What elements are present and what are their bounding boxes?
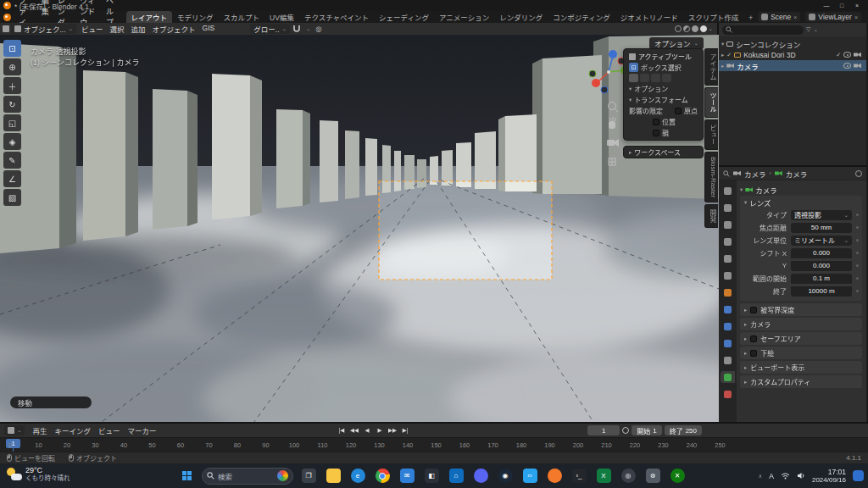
animate-dot-icon[interactable] <box>856 239 859 241</box>
material-shading-icon[interactable] <box>692 25 698 32</box>
influence-checkbox-0[interactable]: 原点 <box>675 106 698 115</box>
select-mode-extend[interactable] <box>640 74 649 82</box>
taskbar-app-discord[interactable] <box>470 466 491 486</box>
editor-type-icon[interactable] <box>3 25 9 32</box>
timeline-menu-0[interactable]: 再生 <box>32 425 47 435</box>
timeline-menu-3[interactable]: マーカー <box>128 425 157 435</box>
filter-icon[interactable]: ▽ <box>806 26 810 33</box>
viewport-menu-3[interactable]: オブジェクト <box>149 24 199 34</box>
taskbar-app-blender[interactable] <box>544 466 565 486</box>
tool-cursor[interactable]: ⊕ <box>3 58 21 75</box>
field-2[interactable]: ミリメートル⌄ <box>791 236 852 246</box>
properties-tab-scene[interactable] <box>721 252 735 264</box>
outliner-row-collection[interactable]: ▸ ✓ Kokusai Dori 3D ✓ <box>719 49 866 60</box>
snap-magnet-icon[interactable] <box>292 25 303 33</box>
influence-checkbox-1[interactable]: 位置 <box>653 117 676 126</box>
timeline-menu-2[interactable]: ビュー <box>98 425 120 435</box>
camera-data-panel-header[interactable]: ▾ カメラ <box>740 184 862 196</box>
properties-tab-tool[interactable] <box>721 185 735 197</box>
taskbar-app-excel[interactable]: X <box>593 466 614 486</box>
workspace-add-button[interactable]: + <box>743 13 758 23</box>
unlink-icon[interactable]: × <box>793 14 797 20</box>
collapsed-panel-4[interactable]: ▸ビューポート表示 <box>740 361 862 374</box>
view-layer-selector[interactable]: ViewLayer × <box>805 12 861 22</box>
taskbar-app-game[interactable]: ✕ <box>667 466 687 486</box>
tool-rotate[interactable]: ↻ <box>3 96 21 113</box>
timeline-ruler[interactable]: 1 01020304050607080901001101201301401501… <box>0 437 868 452</box>
chevron-down-icon[interactable]: ⌄ <box>813 26 817 33</box>
field-3[interactable]: 0.000 <box>791 248 852 258</box>
timeline-editor-type[interactable]: ⌄ <box>4 425 25 435</box>
viewport-menu-2[interactable]: 追加 <box>128 24 149 34</box>
outliner-search-input[interactable] <box>722 25 804 35</box>
properties-tab-object[interactable] <box>721 286 735 298</box>
viewport-menu-0[interactable]: ビュー <box>78 24 107 34</box>
properties-tab-render[interactable] <box>721 202 735 214</box>
field-6[interactable]: 10000 m <box>791 286 852 297</box>
taskbar-app-steam[interactable]: ◉ <box>495 466 515 486</box>
properties-tab-modifiers[interactable] <box>721 303 735 315</box>
taskbar-app-task-view[interactable]: ❐ <box>298 466 319 486</box>
field-0[interactable]: 透視投影⌄ <box>791 210 852 220</box>
tool-annotate[interactable]: ✎ <box>3 152 21 169</box>
properties-tab-constraints[interactable] <box>721 354 735 366</box>
breadcrumb-data[interactable]: カメラ <box>786 169 808 179</box>
start-button[interactable] <box>178 467 197 485</box>
active-tool-row[interactable]: ⊡ ボックス選択 <box>624 62 703 73</box>
taskbar-app-photos[interactable]: ◧ <box>421 466 442 486</box>
taskbar-app-chrome[interactable] <box>372 466 392 486</box>
transport-next-keyframe[interactable]: ▶▶ <box>387 425 398 436</box>
properties-tab-view-layer[interactable] <box>721 236 735 247</box>
influence-checkbox-2[interactable]: 親 <box>653 128 669 137</box>
tool-add-cube[interactable]: ▧ <box>3 189 21 206</box>
options-section-header[interactable]: ▾ オプション <box>624 83 703 94</box>
animate-dot-icon[interactable] <box>856 277 859 280</box>
speaker-icon[interactable] <box>797 472 805 480</box>
taskbar-app-obs[interactable]: ◎ <box>618 466 638 486</box>
minimize-button[interactable]: — <box>819 3 834 8</box>
select-mode-subtract[interactable] <box>651 74 660 82</box>
outliner-row-camera[interactable]: ▸ カメラ <box>719 60 866 71</box>
orientation-dropdown[interactable]: グロー.. ⌄ <box>250 24 290 34</box>
hide-viewport-icon[interactable] <box>843 52 851 58</box>
blender-menu-icon[interactable] <box>3 14 11 21</box>
operator-redo-panel[interactable]: 移動 <box>10 396 92 408</box>
workspace-tab-1[interactable]: モデリング <box>172 11 219 23</box>
field-5[interactable]: 0.1 m <box>791 274 852 284</box>
disable-render-icon[interactable] <box>854 53 861 58</box>
hide-viewport-icon[interactable] <box>843 63 851 69</box>
workspace-tab-4[interactable]: テクスチャペイント <box>299 11 374 23</box>
properties-tab-texture[interactable] <box>721 388 735 400</box>
animate-dot-icon[interactable] <box>856 214 859 216</box>
notification-badge[interactable] <box>853 470 864 481</box>
tool-measure[interactable]: ∠ <box>3 170 21 187</box>
taskbar-app-mail[interactable]: ✉ <box>397 466 417 486</box>
select-mode-new[interactable] <box>629 74 638 82</box>
workspace-tab-3[interactable]: UV編集 <box>264 11 299 23</box>
lens-panel-header[interactable]: ▾ レンズ <box>740 197 862 208</box>
panel-checkbox[interactable] <box>750 350 757 357</box>
field-4[interactable]: 0.000 <box>791 261 852 271</box>
viewport-canvas[interactable]: ⊡⊕＋↻◱◈✎∠▧ カメラ 透視投影 (1) シーンコレクション | カメラ オ… <box>0 35 719 422</box>
transport-jump-to-start[interactable]: |◀ <box>336 425 348 436</box>
transform-section-header[interactable]: ▾ トランスフォーム <box>624 94 703 105</box>
panel-checkbox[interactable] <box>750 336 757 342</box>
taskbar-app-explorer[interactable] <box>323 466 343 486</box>
rendered-shading-icon[interactable] <box>700 25 707 32</box>
selectable-checkbox[interactable]: ✓ <box>836 52 841 58</box>
workspace-panel[interactable]: ▸ ワークスペース <box>623 146 704 158</box>
workspace-tab-9[interactable]: ジオメトリノード <box>615 11 683 23</box>
close-button[interactable]: × <box>849 3 865 8</box>
active-tool-header[interactable]: アクティブツール <box>624 51 703 62</box>
workspace-tab-6[interactable]: アニメーション <box>434 11 494 23</box>
maximize-button[interactable]: □ <box>834 3 849 8</box>
breadcrumb-object[interactable]: カメラ <box>744 169 766 179</box>
expand-icon[interactable]: ▸ <box>721 52 724 58</box>
timeline-menu-1[interactable]: キーイング <box>54 425 91 435</box>
taskbar-app-vscode[interactable]: ‹› <box>520 466 540 486</box>
taskbar-app-settings[interactable]: ⊛ <box>643 466 663 486</box>
sidebar-tab-0[interactable]: アイテム <box>704 48 718 86</box>
animate-dot-icon[interactable] <box>856 226 859 229</box>
proportional-edit-icon[interactable]: ◎ <box>313 25 324 33</box>
properties-tab-particles[interactable] <box>721 320 735 332</box>
